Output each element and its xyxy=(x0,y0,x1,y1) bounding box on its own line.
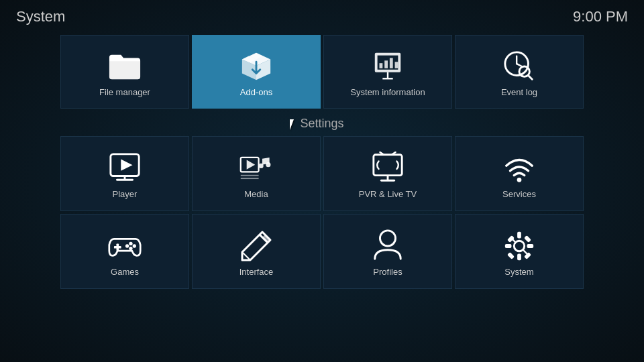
svg-rect-50 xyxy=(507,251,515,259)
tile-media-label: Media xyxy=(244,189,268,199)
svg-point-24 xyxy=(259,163,264,168)
tile-add-ons-label: Add-ons xyxy=(240,87,272,97)
svg-point-43 xyxy=(514,241,524,251)
tile-player-label: Player xyxy=(113,189,138,199)
person-icon xyxy=(371,229,405,263)
svg-rect-51 xyxy=(524,251,531,259)
tile-media[interactable]: Media xyxy=(192,136,321,211)
header: System 9:00 PM xyxy=(0,0,644,34)
tile-system-information[interactable]: System information xyxy=(323,35,452,109)
clock-search-icon xyxy=(502,50,536,83)
svg-point-25 xyxy=(266,162,270,167)
tile-system-label: System xyxy=(504,267,533,277)
tile-player[interactable]: Player xyxy=(60,136,189,211)
svg-rect-9 xyxy=(390,58,393,68)
svg-marker-19 xyxy=(121,159,132,170)
svg-rect-46 xyxy=(505,244,512,248)
svg-point-42 xyxy=(380,230,395,245)
settings-section-title: Settings xyxy=(0,117,644,131)
svg-point-36 xyxy=(129,241,132,245)
tile-interface-label: Interface xyxy=(239,267,274,277)
gamepad-icon xyxy=(108,229,142,263)
play-icon xyxy=(108,152,142,185)
settings-row-1: Player Media xyxy=(0,136,644,211)
svg-point-38 xyxy=(129,246,132,249)
tv-icon xyxy=(371,152,405,185)
svg-rect-47 xyxy=(527,244,534,248)
svg-rect-48 xyxy=(507,235,515,242)
app-title: System xyxy=(16,8,65,25)
wifi-icon xyxy=(502,152,536,185)
folder-icon xyxy=(108,50,142,83)
svg-rect-44 xyxy=(517,231,521,238)
media-icon xyxy=(239,152,273,185)
tile-games-label: Games xyxy=(111,267,139,277)
svg-line-41 xyxy=(242,252,250,260)
svg-rect-49 xyxy=(524,235,531,242)
tile-add-ons[interactable]: Add-ons xyxy=(192,35,321,109)
svg-rect-45 xyxy=(517,253,521,260)
tile-interface[interactable]: Interface xyxy=(192,214,321,289)
svg-point-39 xyxy=(125,244,129,247)
settings-icon xyxy=(502,229,536,263)
tile-pvr-live-tv-label: PVR & Live TV xyxy=(359,189,417,199)
tile-event-log[interactable]: Event log xyxy=(455,35,584,109)
box-icon xyxy=(239,50,273,83)
svg-rect-35 xyxy=(114,246,121,249)
tile-profiles[interactable]: Profiles xyxy=(323,214,452,289)
tile-file-manager-label: File manager xyxy=(99,87,150,97)
tile-profiles-label: Profiles xyxy=(373,267,402,277)
main-container: System 9:00 PM File manager xyxy=(0,0,644,362)
tile-services[interactable]: Services xyxy=(455,136,584,211)
svg-rect-10 xyxy=(395,62,398,68)
svg-line-17 xyxy=(528,75,532,79)
svg-line-53 xyxy=(523,249,527,253)
top-tiles-row: File manager Add-ons xyxy=(0,35,644,109)
tile-file-manager[interactable]: File manager xyxy=(60,35,189,109)
tile-system[interactable]: System xyxy=(455,214,584,289)
svg-rect-7 xyxy=(380,63,383,68)
svg-marker-23 xyxy=(247,160,256,169)
tile-games[interactable]: Games xyxy=(60,214,189,289)
tile-services-label: Services xyxy=(502,189,536,199)
settings-row-2: Games Interface Profiles xyxy=(0,214,644,289)
svg-rect-8 xyxy=(384,60,388,68)
svg-point-33 xyxy=(517,177,522,182)
tile-event-log-label: Event log xyxy=(501,87,537,97)
svg-line-15 xyxy=(517,64,522,66)
tile-pvr-live-tv[interactable]: PVR & Live TV xyxy=(323,136,452,211)
chart-icon xyxy=(371,50,405,83)
clock: 9:00 PM xyxy=(573,8,628,25)
svg-point-37 xyxy=(133,244,136,247)
tile-system-information-label: System information xyxy=(350,87,425,97)
edit-icon xyxy=(239,229,273,263)
